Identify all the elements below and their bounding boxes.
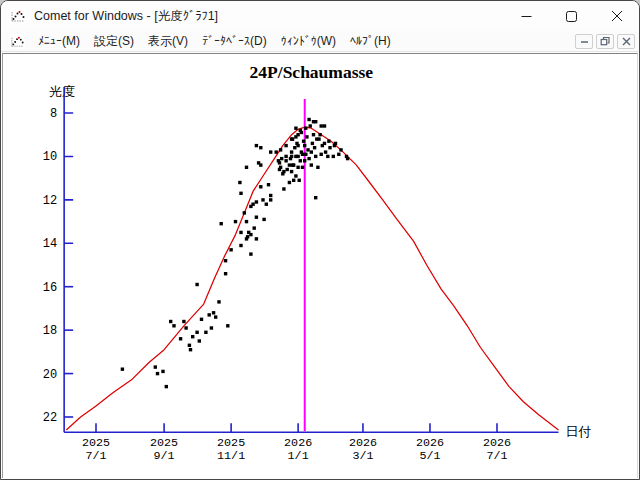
mdi-child-buttons <box>575 34 635 49</box>
menu-item-settings[interactable]: 設定(S) <box>87 31 141 52</box>
data-point <box>179 337 182 340</box>
data-point <box>318 133 321 136</box>
data-point <box>327 140 330 143</box>
mdi-minimize-button[interactable] <box>575 34 593 49</box>
x-tick-label-date: 7/1 <box>85 449 106 463</box>
data-point <box>169 320 172 323</box>
mdi-document-icon[interactable] <box>10 34 25 49</box>
data-point <box>269 198 272 201</box>
axes <box>64 87 558 432</box>
data-point <box>154 365 157 368</box>
data-point <box>189 348 192 351</box>
data-point <box>299 159 302 162</box>
data-point <box>267 183 270 186</box>
data-point <box>246 235 249 238</box>
data-point <box>262 218 265 221</box>
data-point <box>346 157 349 160</box>
menu-item-window[interactable]: ｳｨﾝﾄﾞｳ(W) <box>274 32 343 50</box>
data-point <box>261 198 264 201</box>
data-point <box>191 335 194 338</box>
data-point <box>210 326 213 329</box>
data-point <box>284 155 287 158</box>
data-point <box>212 311 215 314</box>
data-point <box>259 185 262 188</box>
x-tick-label-year: 2026 <box>349 436 377 450</box>
data-point <box>291 137 294 140</box>
data-point <box>238 181 241 184</box>
data-point <box>253 226 256 229</box>
data-point <box>313 146 316 149</box>
menu-item-menu[interactable]: ﾒﾆｭｰ(M) <box>31 32 87 50</box>
mdi-restore-icon <box>600 36 610 46</box>
data-point <box>314 155 317 158</box>
data-point <box>292 163 295 166</box>
data-point <box>290 150 293 153</box>
data-point <box>259 163 262 166</box>
data-point <box>251 203 254 206</box>
data-point <box>317 137 320 140</box>
data-point <box>239 244 242 247</box>
menu-bar: ﾒﾆｭｰ(M) 設定(S) 表示(V) ﾃﾞｰﾀﾍﾞｰｽ(D) ｳｨﾝﾄﾞｳ(W… <box>1 31 639 52</box>
data-point <box>307 157 310 160</box>
x-tick-label-date: 1/1 <box>288 449 309 463</box>
data-point <box>307 118 310 121</box>
data-point <box>304 153 307 156</box>
observation-points <box>121 118 350 389</box>
x-tick-label-date: 11/1 <box>217 449 245 463</box>
data-point <box>278 161 281 164</box>
data-point <box>309 124 312 127</box>
data-point <box>310 163 313 166</box>
maximize-button[interactable] <box>549 1 594 31</box>
data-point <box>161 370 164 373</box>
x-ticks: 20257/120259/1202511/120261/120263/12026… <box>82 423 511 463</box>
data-point <box>326 155 329 158</box>
data-point <box>184 326 187 329</box>
x-tick-label-date: 5/1 <box>419 449 440 463</box>
data-point <box>302 140 305 143</box>
menu-items: ﾒﾆｭｰ(M) 設定(S) 表示(V) ﾃﾞｰﾀﾍﾞｰｽ(D) ｳｨﾝﾄﾞｳ(W… <box>31 31 575 52</box>
y-tick-label: 16 <box>43 281 57 295</box>
data-point <box>255 200 258 203</box>
data-point <box>293 146 296 149</box>
data-point <box>296 144 299 147</box>
close-button[interactable] <box>594 1 639 31</box>
data-point <box>301 166 304 169</box>
menu-item-database[interactable]: ﾃﾞｰﾀﾍﾞｰｽ(D) <box>195 32 274 50</box>
data-point <box>304 127 307 130</box>
y-ticks: 810121416182022 <box>43 107 73 425</box>
data-point <box>282 170 285 173</box>
data-point <box>303 144 306 147</box>
data-point <box>332 155 335 158</box>
x-tick-label-date: 9/1 <box>154 449 175 463</box>
data-point <box>239 192 242 195</box>
data-point <box>306 148 309 151</box>
mdi-restore-button[interactable] <box>596 34 614 49</box>
data-point <box>320 153 323 156</box>
data-point <box>245 166 248 169</box>
data-point <box>269 194 272 197</box>
data-point <box>245 220 248 223</box>
menu-item-view[interactable]: 表示(V) <box>141 31 195 52</box>
x-tick-label-year: 2026 <box>483 436 511 450</box>
data-point <box>282 187 285 190</box>
data-point <box>294 174 297 177</box>
data-point <box>224 259 227 262</box>
data-point <box>249 252 252 255</box>
data-point <box>195 331 198 334</box>
data-point <box>298 179 301 182</box>
data-point <box>300 131 303 134</box>
x-tick-label-year: 2025 <box>82 436 110 450</box>
x-tick-label-year: 2025 <box>217 436 245 450</box>
model-lightcurve <box>66 127 558 430</box>
data-point <box>288 163 291 166</box>
menu-item-help[interactable]: ﾍﾙﾌﾟ(H) <box>343 32 398 50</box>
data-point <box>316 166 319 169</box>
data-point <box>314 120 317 123</box>
y-tick-label: 12 <box>43 194 57 208</box>
y-tick-label: 8 <box>50 107 57 121</box>
mdi-close-button[interactable] <box>617 34 635 49</box>
data-point <box>290 155 293 158</box>
x-tick-label-date: 3/1 <box>352 449 373 463</box>
mdi-close-icon <box>622 37 631 46</box>
minimize-button[interactable] <box>504 1 549 31</box>
